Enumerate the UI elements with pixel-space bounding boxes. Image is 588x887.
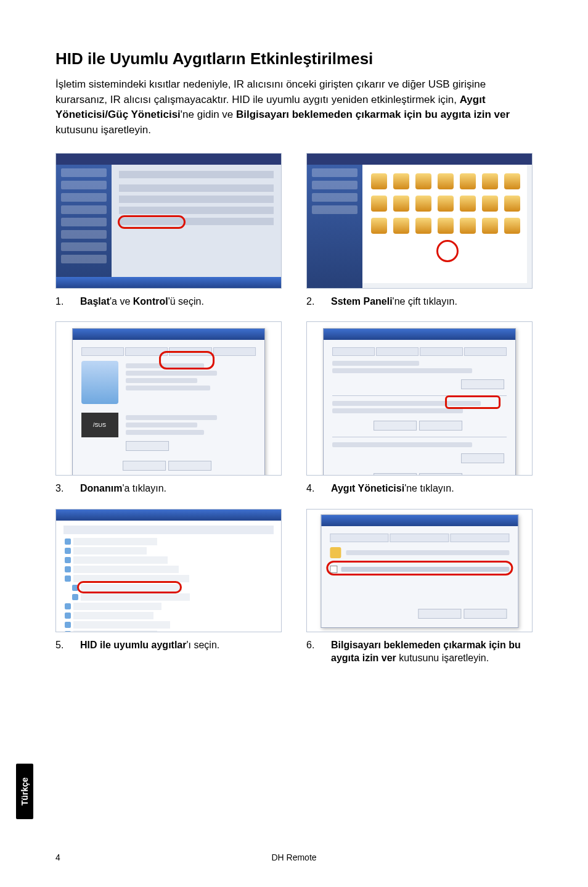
step-bold: Aygıt Yöneticisi [331,483,404,493]
step-post: 'ı seçin. [186,640,219,650]
screenshot-system-properties-hardware: /SUS [55,321,282,476]
caption-1: 1. Başlat'a ve Kontrol'ü seçin. [55,295,282,308]
step-4: 4. Aygıt Yöneticisi'ne tıklayın. [306,321,533,495]
step-number: 2. [306,295,317,308]
step-text: Sstem Paneli'ne çift tıklayın. [331,295,533,308]
caption-4: 4. Aygıt Yöneticisi'ne tıklayın. [306,482,533,495]
screenshot-device-manager [55,509,282,632]
step-mid: 'a ve [110,296,133,307]
step-post: 'ne çift tıklayın. [393,296,457,307]
step-post: 'a tıklayın. [122,483,166,493]
highlight-hardware-tab [159,351,214,369]
step-text: Bilgisayarı beklemeden çıkarmak için bu … [331,638,533,665]
caption-5: 5. HID ile uyumlu aygıtlar'ı seçin. [55,638,282,652]
step-bold: Sstem Paneli [331,296,393,307]
caption-6: 6. Bilgisayarı beklemeden çıkarmak için … [306,638,533,665]
step-2: 2. Sstem Paneli'ne çift tıklayın. [306,153,533,308]
step-3: /SUS 3. [55,321,282,495]
step-post: 'ü seçin. [168,296,204,307]
language-tab: Türkçe [16,764,33,819]
footer: 4 DH Remote [55,852,533,862]
page-title: HID ile Uyumlu Aygıtların Etkinleştirilm… [55,49,533,68]
step-6: 6. Bilgisayarı beklemeden çıkarmak için … [306,509,533,665]
page-number: 4 [55,852,74,862]
steps-grid: 1. Başlat'a ve Kontrol'ü seçin. [55,153,533,665]
step-bold-1: Başlat [80,296,110,307]
step-number: 5. [55,638,67,652]
highlight-system-icon [436,240,459,262]
intro-paragraph: İşletim sistemindeki kısıtlar nedeniyle,… [55,77,533,138]
intro-bold-2: Bilgisayarı beklemeden çıkarmak için bu … [236,109,510,120]
step-1: 1. Başlat'a ve Kontrol'ü seçin. [55,153,282,308]
intro-text-2: 'ne gidin ve [181,109,236,120]
step-text: Donanım'a tıklayın. [80,482,282,495]
screenshot-control-panel [306,153,533,289]
step-post: 'ne tıklayın. [404,483,454,493]
step-number: 4. [306,482,317,495]
screenshot-system-properties-devmgr [306,321,533,476]
highlight-hid-device [77,581,182,593]
step-post: kutusunu işaretleyin. [396,653,489,663]
screenshot-start-menu [55,153,282,289]
step-number: 1. [55,295,67,308]
highlight-allow-wake-checkbox [326,561,513,576]
step-number: 3. [55,482,67,495]
intro-text-3: kutusunu işaretleyin. [55,124,151,136]
highlight-device-manager-button [445,395,500,409]
intro-text-1: İşletim sistemindeki kısıtlar nedeniyle,… [55,78,486,105]
step-text: HID ile uyumlu aygıtlar'ı seçin. [80,638,282,652]
caption-2: 2. Sstem Paneli'ne çift tıklayın. [306,295,533,308]
page: HID ile Uyumlu Aygıtların Etkinleştirilm… [0,0,588,887]
highlight-control-panel [118,215,186,229]
step-5: 5. HID ile uyumlu aygıtlar'ı seçin. [55,509,282,665]
step-text: Başlat'a ve Kontrol'ü seçin. [80,295,282,308]
step-number: 6. [306,638,317,665]
step-bold: HID ile uyumlu aygıtlar [80,640,186,650]
caption-3: 3. Donanım'a tıklayın. [55,482,282,495]
footer-title: DH Remote [74,852,514,862]
screenshot-hid-properties [306,509,533,632]
step-text: Aygıt Yöneticisi'ne tıklayın. [331,482,533,495]
step-bold-2: Kontrol [133,296,168,307]
step-bold: Donanım [80,483,122,493]
